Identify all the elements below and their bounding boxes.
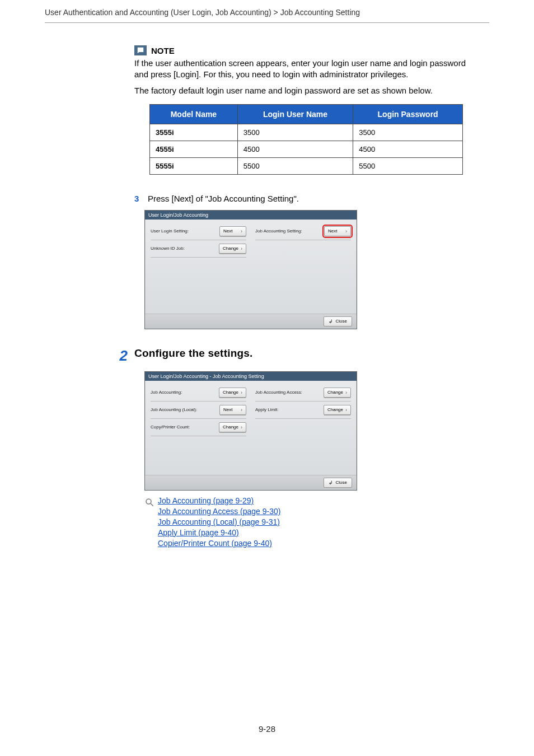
cell-pass: 5500 [353,157,463,174]
device-panel-job-accounting-setting: User Login/Job Accounting - Job Accounti… [144,371,357,491]
header-divider [45,22,489,23]
panel-title: User Login/Job Accounting - Job Accounti… [145,372,357,381]
th-user: Login User Name [237,104,353,124]
svg-line-1 [151,503,153,506]
panel-row-label: Job Accounting Access: [255,390,302,395]
major-step-number: 2 [113,347,128,365]
panel-title: User Login/Job Accounting [145,211,357,220]
device-panel-user-login: User Login/Job Accounting User Login Set… [144,210,357,329]
panel-row-apply-limit: Apply Limit: Change› [255,403,351,419]
chevron-right-icon: › [345,228,347,234]
cell-model: 3555i [150,124,238,141]
link-job-accounting-access[interactable]: Job Accounting Access (page 9-30) [158,507,280,516]
page-number: 9-28 [0,724,534,734]
th-pass: Login Password [353,104,463,124]
change-button[interactable]: Change› [324,405,351,415]
btn-label: Next [328,228,337,234]
close-button[interactable]: ↲Close [324,316,352,326]
cell-pass: 4500 [353,141,463,157]
btn-label: Change [327,407,343,412]
panel-row-label: User Login Setting: [151,228,189,234]
next-button[interactable]: Next› [219,405,246,415]
btn-label: Next [223,407,232,412]
cell-user: 5500 [237,157,353,174]
cell-pass: 3500 [353,124,463,141]
chevron-right-icon: › [345,407,347,413]
link-job-accounting[interactable]: Job Accounting (page 9-29) [158,496,280,505]
chevron-right-icon: › [241,390,242,395]
panel-footer: ↲Close [145,314,357,329]
panel-row-label: Copy/Printer Count: [151,424,190,430]
change-button[interactable]: Change› [324,388,351,398]
link-copier-printer-count[interactable]: Copier/Printer Count (page 9-40) [158,539,280,548]
magnifier-icon [144,497,154,507]
panel-row-job-accounting: Job Accounting: Change› [151,385,246,402]
note-label: NOTE [151,46,175,55]
table-row: 4555i 4500 4500 [150,141,463,157]
change-button[interactable]: Change› [219,388,246,398]
next-button[interactable]: Next› [219,226,246,236]
btn-label: Change [223,246,238,251]
panel-footer: ↲Close [145,475,357,490]
major-step-2: 2 Configure the settings. [113,347,478,365]
cell-user: 3500 [237,124,353,141]
reference-links: Job Accounting (page 9-29) Job Accountin… [144,496,478,549]
change-button[interactable]: Change› [219,422,246,432]
note-paragraph-2: The factory default login user name and … [134,85,478,96]
panel-row-label: Job Accounting: [151,390,182,395]
panel-row-job-accounting-access: Job Accounting Access: Change› [255,385,351,402]
enter-icon: ↲ [329,319,333,324]
enter-icon: ↲ [329,480,333,486]
btn-label: Close [336,480,347,485]
panel-row-job-accounting-local: Job Accounting (Local): Next› [151,403,246,419]
cell-model: 5555i [150,157,238,174]
chevron-right-icon: › [241,246,242,251]
step-3: 3 Press [Next] of "Job Accounting Settin… [134,194,478,203]
chevron-right-icon: › [241,228,242,234]
panel-row-copy-printer-count: Copy/Printer Count: Change› [151,420,246,436]
chevron-right-icon: › [241,407,242,413]
close-button[interactable]: ↲Close [324,478,352,488]
note-header: NOTE [134,45,478,55]
next-button[interactable]: Next› [324,226,351,236]
chevron-right-icon: › [241,424,242,430]
panel-row-user-login-setting: User Login Setting: Next› [151,224,246,240]
panel-row-job-accounting-setting: Job Accounting Setting: Next› [255,224,351,240]
note-paragraph-1: If the user authentication screen appear… [134,58,478,81]
chevron-right-icon: › [345,390,347,395]
btn-label: Close [336,319,347,324]
login-credentials-table: Model Name Login User Name Login Passwor… [149,104,463,175]
svg-point-0 [146,499,151,504]
change-button[interactable]: Change› [219,244,246,254]
note-icon [134,45,147,55]
link-apply-limit[interactable]: Apply Limit (page 9-40) [158,528,280,537]
panel-row-label: Job Accounting (Local): [151,407,197,412]
link-job-accounting-local[interactable]: Job Accounting (Local) (page 9-31) [158,517,280,526]
panel-row-label: Apply Limit: [255,407,278,412]
panel-row-label: Unknown ID Job: [151,246,185,251]
step-number: 3 [134,194,142,203]
th-model: Model Name [150,104,238,124]
btn-label: Change [223,424,238,430]
breadcrumb: User Authentication and Accounting (User… [45,0,489,22]
major-step-title: Configure the settings. [134,347,253,360]
table-row: 3555i 3500 3500 [150,124,463,141]
btn-label: Change [223,390,238,395]
cell-user: 4500 [237,141,353,157]
btn-label: Change [327,390,343,395]
panel-row-unknown-id-job: Unknown ID Job: Change› [151,241,246,258]
cell-model: 4555i [150,141,238,157]
btn-label: Next [223,228,232,234]
table-row: 5555i 5500 5500 [150,157,463,174]
step-text: Press [Next] of "Job Accounting Setting"… [148,194,299,203]
panel-row-label: Job Accounting Setting: [255,228,302,234]
